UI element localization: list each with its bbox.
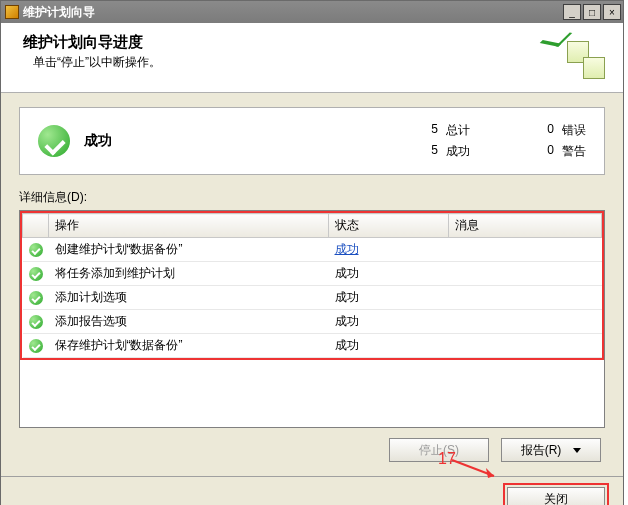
status-link[interactable]: 成功 xyxy=(335,242,359,256)
details-grid: 操作 状态 消息 创建维护计划“数据备份”成功将任务添加到维护计划成功添加计划选… xyxy=(19,210,605,428)
page-title: 维护计划向导进度 xyxy=(23,33,607,52)
details-label: 详细信息(D): xyxy=(19,189,605,206)
status-cell: 成功 xyxy=(329,310,449,334)
total-label: 总计 xyxy=(446,122,470,139)
table-row[interactable]: 创建维护计划“数据备份”成功 xyxy=(23,238,602,262)
error-count: 0 xyxy=(540,122,554,139)
success-icon xyxy=(38,125,70,157)
success-count: 5 xyxy=(424,143,438,160)
operation-cell: 添加报告选项 xyxy=(49,310,329,334)
window-title: 维护计划向导 xyxy=(23,4,561,21)
message-cell xyxy=(449,238,602,262)
message-cell xyxy=(449,310,602,334)
success-icon xyxy=(29,267,43,281)
close-button[interactable]: 关闭 xyxy=(507,487,605,505)
wizard-window: 维护计划向导 _ □ × 维护计划向导进度 单击“停止”以中断操作。 成功 5 … xyxy=(0,0,624,505)
col-header-icon[interactable] xyxy=(23,214,49,238)
message-cell xyxy=(449,286,602,310)
table-row[interactable]: 添加报告选项成功 xyxy=(23,310,602,334)
operation-cell: 将任务添加到维护计划 xyxy=(49,262,329,286)
operation-cell: 保存维护计划“数据备份” xyxy=(49,334,329,358)
status-cell: 成功 xyxy=(329,262,449,286)
col-header-operation[interactable]: 操作 xyxy=(49,214,329,238)
annotation-highlight: 操作 状态 消息 创建维护计划“数据备份”成功将任务添加到维护计划成功添加计划选… xyxy=(20,211,604,360)
message-cell xyxy=(449,334,602,358)
status-cell: 成功 xyxy=(329,334,449,358)
action-row: 停止(S) 报告(R) xyxy=(19,428,605,468)
warning-label: 警告 xyxy=(562,143,586,160)
decoration-box-icon xyxy=(583,57,605,79)
warning-count: 0 xyxy=(540,143,554,160)
success-icon xyxy=(29,315,43,329)
footer: 关闭 xyxy=(1,477,623,505)
col-header-message[interactable]: 消息 xyxy=(449,214,602,238)
page-subtitle: 单击“停止”以中断操作。 xyxy=(33,54,607,71)
operation-cell: 添加计划选项 xyxy=(49,286,329,310)
table-row[interactable]: 添加计划选项成功 xyxy=(23,286,602,310)
close-window-button[interactable]: × xyxy=(603,4,621,20)
table-row[interactable]: 保存维护计划“数据备份”成功 xyxy=(23,334,602,358)
summary-panel: 成功 5 总计 5 成功 0 错误 xyxy=(19,107,605,175)
annotation-number: 17 xyxy=(438,450,456,468)
close-button-label: 关闭 xyxy=(544,491,568,506)
message-cell xyxy=(449,262,602,286)
success-icon xyxy=(29,291,43,305)
body-area: 成功 5 总计 5 成功 0 错误 xyxy=(1,93,623,474)
success-label: 成功 xyxy=(446,143,470,160)
table-row[interactable]: 将任务添加到维护计划成功 xyxy=(23,262,602,286)
chevron-down-icon xyxy=(573,448,581,453)
success-icon xyxy=(29,243,43,257)
report-button-label: 报告(R) xyxy=(521,442,562,459)
report-button[interactable]: 报告(R) xyxy=(501,438,601,462)
summary-status: 成功 xyxy=(84,132,112,150)
summary-stats: 5 总计 5 成功 0 错误 0 警告 xyxy=(424,122,586,160)
status-cell: 成功 xyxy=(329,286,449,310)
status-cell: 成功 xyxy=(329,238,449,262)
app-icon xyxy=(5,5,19,19)
minimize-button[interactable]: _ xyxy=(563,4,581,20)
header-area: 维护计划向导进度 单击“停止”以中断操作。 xyxy=(1,23,623,93)
success-icon xyxy=(29,339,43,353)
maximize-button[interactable]: □ xyxy=(583,4,601,20)
col-header-status[interactable]: 状态 xyxy=(329,214,449,238)
header-decoration xyxy=(549,33,609,83)
operation-cell: 创建维护计划“数据备份” xyxy=(49,238,329,262)
total-count: 5 xyxy=(424,122,438,139)
error-label: 错误 xyxy=(562,122,586,139)
titlebar: 维护计划向导 _ □ × xyxy=(1,1,623,23)
